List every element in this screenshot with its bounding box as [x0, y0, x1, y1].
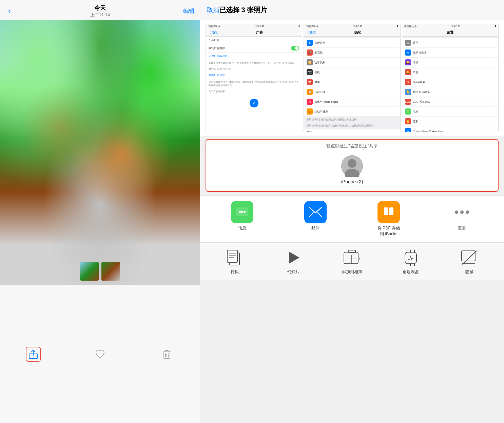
ss2-row-health: ❤ 健康 › — [304, 77, 400, 87]
left-panel: ‹ 今天 上午11:14 编辑 — [0, 0, 200, 423]
watchface-icon — [403, 249, 419, 266]
action-hide[interactable]: 隐藏 — [440, 248, 499, 275]
page-title: 今天 — [90, 4, 110, 12]
hide-icon-box — [459, 248, 480, 267]
books-icon — [381, 205, 396, 220]
ss1-small-2: 查看 Apple 用于在 Apple 新闻、App Store 中为您提供更多相… — [206, 79, 302, 88]
ss3-row-privacy: 🤚 隐私 › — [402, 117, 498, 126]
ss2-row-homekit: 🏠 HomeKit › — [304, 87, 400, 97]
share-icon — [28, 349, 38, 359]
avatar-icon — [341, 155, 363, 177]
ss1-row-reset: 还原广告标识符... — [206, 53, 302, 60]
action-slideshow[interactable]: 幻灯片 — [264, 248, 323, 275]
screenshot-2: 中国移动 令 下午5:42 ▮ 〈 设置 隐私 B 蓝牙共享 › 🎤 麦克风 ›… — [304, 24, 400, 132]
svg-marker-32 — [289, 252, 299, 263]
ss3-row-itunes: A iTunes Store 与 App Store › — [402, 126, 498, 132]
airdrop-hint: 轻点以通过"隔空投送"共享 — [210, 143, 495, 149]
header-center: 今天 上午11:14 — [90, 4, 110, 18]
ss1-row-adinfo: 查看广告信息 — [206, 72, 302, 79]
ss1-row-all-ads: 所有广告 — [206, 37, 302, 44]
thumbnail-row — [80, 262, 120, 281]
trash-button[interactable] — [159, 347, 174, 362]
addphoto-icon — [343, 249, 361, 266]
ss3-row-sound: 🔔 声音 › — [402, 67, 498, 77]
ss1-small-1: 选择不接受兴趣定向广告，您仍会收到同等数量的广告，但广告对你不是那么相关。 — [206, 60, 302, 66]
right-header: 取消 已选择 3 张照片 — [200, 0, 504, 20]
ss1-row-limit: 限制广告跟踪 — [206, 44, 302, 53]
right-panel: 取消 已选择 3 张照片 中国移动 令 下午5:42 ▮ 〈 隐私 广告 所有广… — [200, 0, 504, 423]
heart-button[interactable] — [93, 347, 108, 362]
more-icon-box — [451, 201, 473, 223]
ss2-row-analysis: 分析 › — [304, 129, 400, 132]
share-item-message[interactable]: 信息 — [231, 201, 253, 231]
ss1-section: APPLE 应用中的广告 — [206, 66, 302, 72]
device-name: iPhone (2) — [341, 179, 363, 184]
airdrop-section: 轻点以通过"隔空投送"共享 iPhone (2) — [206, 139, 499, 192]
play-icon — [286, 250, 301, 265]
more-label: 更多 — [458, 225, 466, 231]
share-item-books[interactable]: 将 PDF 存储到 iBooks — [377, 201, 400, 237]
action-copy[interactable]: 拷贝 — [206, 248, 264, 275]
share-row: 信息 邮件 — [200, 195, 504, 243]
ss1-checkmark: ✓ — [250, 99, 258, 107]
ss1-nav: 〈 隐私 广告 — [206, 29, 302, 37]
books-icon-box — [377, 201, 400, 223]
watchface-icon-box — [400, 248, 422, 267]
game-image — [0, 20, 200, 285]
ss3-row-siri: S Siri 与搜索 › — [402, 77, 498, 87]
ss2-row-music: ♫ 媒体与 Apple Music › — [304, 97, 400, 107]
page-time: 上午11:14 — [90, 12, 110, 18]
action-watchface[interactable]: 创建表盘 — [381, 248, 440, 275]
svg-rect-48 — [462, 251, 475, 261]
svg-line-50 — [462, 251, 477, 264]
svg-rect-25 — [384, 215, 388, 217]
svg-rect-33 — [344, 252, 358, 264]
hide-label: 隐藏 — [465, 269, 473, 275]
message-label: 信息 — [238, 225, 246, 231]
ss2-row-mic: 🎤 麦克风 › — [304, 48, 400, 58]
selection-title: 已选择 3 张照片 — [219, 5, 267, 15]
ss3-row-general: ⚙ 通用 › — [402, 38, 498, 48]
screenshots-section: 中国移动 令 下午5:42 ▮ 〈 隐私 广告 所有广告 限制广告跟踪 还原广告… — [200, 20, 504, 136]
mail-label: 邮件 — [311, 225, 319, 231]
ss3-row-touchid: 👆 触控 ID 与密码 › — [402, 87, 498, 97]
hide-icon — [461, 250, 478, 265]
ss2-row-camera: 📷 相机 › — [304, 67, 400, 77]
airdrop-device[interactable]: iPhone (2) — [210, 152, 495, 188]
svg-marker-18 — [237, 216, 241, 218]
copy-icon-box — [224, 248, 246, 267]
ss3-row-battery: 🔋 电池 › — [402, 107, 498, 117]
edit-button[interactable]: 编辑 — [183, 7, 195, 15]
thumbnail-1[interactable] — [80, 262, 99, 281]
ss3-statusbar: 中国移动 令 下午5:42 ▮ — [402, 24, 498, 29]
bottom-toolbar — [0, 285, 200, 423]
heart-icon — [95, 349, 105, 359]
svg-point-17 — [244, 211, 246, 213]
ss2-nav: 〈 设置 隐私 — [304, 29, 400, 37]
mail-icon — [309, 207, 322, 218]
ss1-toggle[interactable] — [291, 46, 299, 51]
action-addphoto[interactable]: 添加到相簿 — [323, 248, 382, 275]
mail-icon-box — [304, 201, 327, 223]
thumbnail-2[interactable] — [101, 262, 120, 281]
ss3-nav: 设置 — [402, 29, 498, 37]
slideshow-label: 幻灯片 — [287, 269, 299, 275]
copy-icon — [227, 249, 243, 266]
cancel-button[interactable]: 取消 — [207, 6, 219, 14]
ss2-row-bluetooth: B 蓝牙共享 › — [304, 38, 400, 48]
ss2-small-2: 应用程序请求访问您的社交帐户的数据时，会被添加到上面列中。 — [304, 123, 400, 129]
ss3-row-display: A 显示与亮度 › — [402, 48, 498, 58]
ss3-row-sos: SOS SOS 紧急联络 › — [402, 97, 498, 107]
share-item-more[interactable]: 更多 — [451, 201, 473, 231]
avatar — [341, 155, 363, 177]
svg-rect-22 — [381, 205, 396, 220]
ss3-row-wallpaper: 🌄 墙纸 › — [402, 58, 498, 67]
svg-rect-26 — [389, 215, 393, 217]
share-item-mail[interactable]: 邮件 — [304, 201, 327, 231]
message-icon-box — [231, 201, 253, 223]
watchface-label: 创建表盘 — [403, 269, 419, 275]
message-icon — [235, 205, 249, 219]
svg-rect-28 — [227, 250, 237, 262]
share-button[interactable] — [26, 347, 41, 362]
back-button[interactable]: ‹ — [5, 5, 14, 17]
